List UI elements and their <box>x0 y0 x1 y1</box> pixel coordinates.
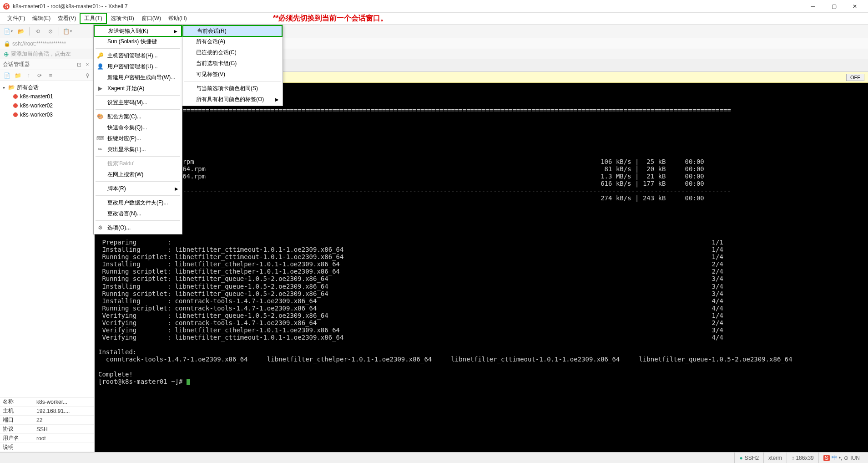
reconnect-button[interactable]: ⟲ <box>32 26 43 37</box>
menu-item[interactable]: 在网上搜索(W) <box>94 169 182 180</box>
menu-帮助H[interactable]: 帮助(H) <box>165 13 191 24</box>
menu-item[interactable]: 🔑主机密钥管理者(H)... <box>94 50 182 61</box>
prop-主机: 主机192.168.91.... <box>0 407 94 416</box>
menu-item[interactable]: 所有会话(A) <box>182 36 283 47</box>
hint-text: 要添加当前会话，点击左 <box>11 50 71 58</box>
menu-item[interactable]: 当前会话(R) <box>182 25 283 37</box>
menu-item[interactable]: 与当前选项卡颜色相同(S) <box>182 83 283 94</box>
menu-item[interactable]: 更改用户数据文件夹(F)... <box>94 197 182 208</box>
svg-point-4 <box>13 112 18 117</box>
svg-text:S: S <box>825 455 828 461</box>
menu-item[interactable]: 更改语言(N)... <box>94 208 182 219</box>
menu-item[interactable]: 所有具有相同颜色的标签(O)▶ <box>182 94 283 105</box>
session-tree: ▾📂所有会话k8s-master01k8s-worker02k8s-worker… <box>0 81 94 397</box>
menu-item[interactable]: 快速命令集(Q)... <box>94 122 182 133</box>
menu-item[interactable]: 可见标签(V) <box>182 69 283 80</box>
off-button[interactable]: OFF <box>846 74 864 81</box>
svg-point-3 <box>13 103 18 108</box>
menu-item[interactable]: ✏突出显示集(L)... <box>94 144 182 155</box>
maximize-button[interactable]: ▢ <box>823 0 844 13</box>
status-size: ↕ 186x39 <box>787 453 818 463</box>
menu-item[interactable]: 已连接的会话(C) <box>182 47 283 58</box>
plus-icon: ⊕ <box>4 51 9 58</box>
app-icon: S <box>3 3 10 10</box>
menu-工具T[interactable]: 工具(T) <box>80 13 106 24</box>
content-area: + OFF ==================================… <box>95 59 868 452</box>
panel-title: 会话管理器 <box>3 61 30 68</box>
menu-item[interactable]: ▶Xagent 开始(A) <box>94 83 182 94</box>
annotation-text: **必须先切换到当前一个会话窗口。 <box>273 14 388 23</box>
panel-toolbar: 📄 📁 ↑ ⟳ ≡ ⚲ <box>0 70 94 81</box>
menu-item[interactable]: ⌨按键对应(P)... <box>94 133 182 144</box>
menu-选项卡B[interactable]: 选项卡(B) <box>107 13 138 24</box>
menu-item[interactable]: 👤用户密钥管理者(U)... <box>94 61 182 72</box>
menu-item[interactable]: Sun (Solaris) 快捷键 <box>94 36 182 47</box>
menu-文件F[interactable]: 文件(F) <box>4 13 29 24</box>
new-session-button[interactable]: 📄▾ <box>3 26 14 37</box>
menu-item[interactable]: 新建用户密钥生成向导(W)... <box>94 72 182 83</box>
terminal[interactable]: ========================================… <box>95 83 868 452</box>
up-icon[interactable]: ↑ <box>25 71 33 80</box>
tree-node-k8s-worker03[interactable]: k8s-worker03 <box>0 110 94 119</box>
menu-窗口W[interactable]: 窗口(W) <box>138 13 165 24</box>
menu-查看V[interactable]: 查看(V) <box>54 13 80 24</box>
filter-icon[interactable]: ⚲ <box>83 71 91 80</box>
panel-close-icon[interactable]: × <box>83 61 91 69</box>
prop-用户名: 用户名root <box>0 434 94 443</box>
svg-point-2 <box>13 94 18 99</box>
menu-item[interactable]: 脚本(R)▶ <box>94 183 182 194</box>
menu-item[interactable]: 🎨配色方案(C)... <box>94 111 182 122</box>
svg-text:S: S <box>5 3 8 10</box>
status-ssh: ●SSH2 <box>734 453 763 463</box>
menu-bar: 文件(F)编辑(E)查看(V)工具(T)选项卡(B)窗口(W)帮助(H) <box>0 13 868 25</box>
minimize-button[interactable]: ─ <box>802 0 823 13</box>
menu-item[interactable]: ⚙选项(O)... <box>94 222 182 233</box>
status-bar: ●SSH2 xterm ↕ 186x39 S 中 •, ⊙ IUN <box>0 452 868 463</box>
title-bar: S k8s-master01 - root@k8s-master01:~ - X… <box>0 0 868 13</box>
menu-item[interactable]: 发送键输入到(K)▶ <box>94 25 182 37</box>
tree-root[interactable]: ▾📂所有会话 <box>0 83 94 92</box>
menu-item: 搜索'Baidu' <box>94 158 182 169</box>
menu-item[interactable]: 当前选项卡组(G) <box>182 58 283 69</box>
session-sidebar: 会话管理器 ⊡ × 📄 📁 ↑ ⟳ ≡ ⚲ ▾📂所有会话k8s-master01… <box>0 59 95 452</box>
tree-node-k8s-worker02[interactable]: k8s-worker02 <box>0 101 94 110</box>
panel-pin-icon[interactable]: ⊡ <box>75 61 83 69</box>
send-key-submenu: 当前会话(R)所有会话(A)已连接的会话(C)当前选项卡组(G)可见标签(V)与… <box>182 25 283 106</box>
properties-button[interactable]: 📋▾ <box>62 26 73 37</box>
status-indicators: S 中 •, ⊙ IUN <box>818 453 864 463</box>
close-button[interactable]: ✕ <box>844 0 865 13</box>
menu-item[interactable]: 设置主密码(M)... <box>94 97 182 108</box>
refresh-icon[interactable]: ⟳ <box>35 71 44 80</box>
open-button[interactable]: 📂 <box>15 26 26 37</box>
tree-node-k8s-master01[interactable]: k8s-master01 <box>0 92 94 101</box>
panel-header: 会话管理器 ⊡ × <box>0 59 94 70</box>
s-logo-icon: S <box>823 455 830 461</box>
prop-端口: 端口22 <box>0 416 94 425</box>
prop-协议: 协议SSH <box>0 425 94 434</box>
lock-icon: 🔒 <box>4 41 10 47</box>
menu-编辑E[interactable]: 编辑(E) <box>29 13 54 24</box>
list-icon[interactable]: ≡ <box>46 71 55 80</box>
window-title: k8s-master01 - root@k8s-master01:~ - Xsh… <box>13 3 802 10</box>
address-text: ssh://root:************** <box>12 41 66 47</box>
folder-icon[interactable]: 📁 <box>14 71 22 80</box>
properties-panel: 名称k8s-worker...主机192.168.91....端口22协议SSH… <box>0 397 94 452</box>
new-icon[interactable]: 📄 <box>3 71 11 80</box>
status-term: xterm <box>763 453 787 463</box>
tools-dropdown: 发送键输入到(K)▶Sun (Solaris) 快捷键🔑主机密钥管理者(H)..… <box>93 25 182 234</box>
prop-说明: 说明 <box>0 443 94 452</box>
prop-名称: 名称k8s-worker... <box>0 397 94 407</box>
disconnect-button[interactable]: ⊘ <box>45 26 56 37</box>
